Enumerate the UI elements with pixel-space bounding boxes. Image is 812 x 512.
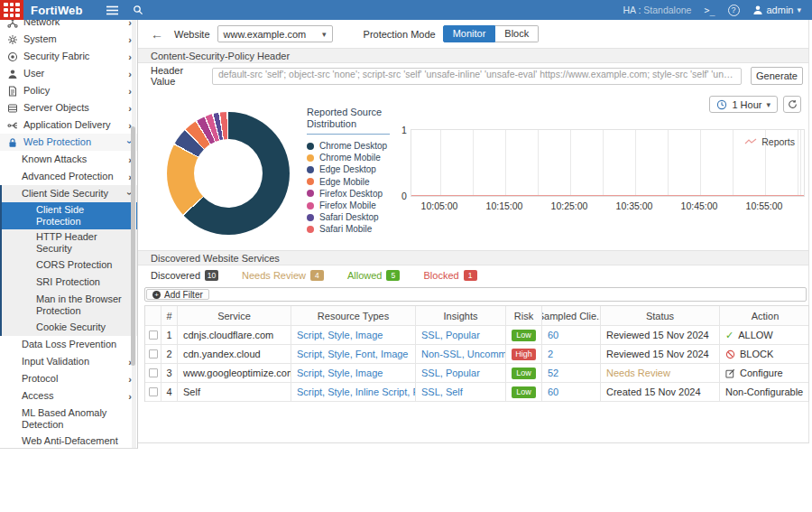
sidebar-item-application-delivery[interactable]: Application Delivery › <box>0 116 137 134</box>
line-series-icon <box>744 138 757 145</box>
row-checkbox[interactable] <box>149 330 158 340</box>
legend-item: Safari Desktop <box>307 211 417 223</box>
sidebar-item-user[interactable]: User › <box>0 65 137 82</box>
risk-badge: Low <box>512 386 536 398</box>
legend-dot <box>307 202 314 209</box>
row-checkbox[interactable] <box>149 368 158 377</box>
sampled-clients-link[interactable]: 60 <box>542 383 601 401</box>
resource-types-link[interactable]: Script, Style, Inline Script, Form <box>291 383 416 401</box>
sampled-clients-link[interactable]: 60 <box>542 326 601 344</box>
sidebar-item-client-side-security[interactable]: Client Side Security › <box>2 185 137 202</box>
filter-bar[interactable]: + Add Filter <box>144 287 807 302</box>
allow-action[interactable]: ✓ALLOW <box>725 330 773 341</box>
sidebar-item-advanced-protection[interactable]: Advanced Protection › <box>0 168 137 185</box>
security-fabric-icon <box>6 51 19 62</box>
refresh-button[interactable] <box>783 96 801 113</box>
sidebar-item-sri-protection[interactable]: SRI Protection <box>2 274 137 291</box>
count-badge: 1 <box>464 270 477 281</box>
sidebar-item-security-fabric[interactable]: Security Fabric › <box>0 48 137 65</box>
sidebar-item-data-loss-prevention[interactable]: Data Loss Prevention <box>0 336 137 353</box>
sidebar-item-server-objects[interactable]: Server Objects › <box>0 99 137 116</box>
status-cell: Created 15 Nov 2024 <box>601 383 720 401</box>
sidebar-item-web-protection[interactable]: Web Protection › <box>0 134 137 151</box>
charts-row: Reported Source Distribution Chrome Desk… <box>138 88 808 250</box>
user-menu[interactable]: admin ▾ <box>752 5 802 15</box>
sidebar-item-man-in-the-browser-protection[interactable]: Man in the Browser Protection <box>2 291 137 319</box>
legend-item: Chrome Desktop <box>307 140 417 152</box>
header-value-row: Header Value default-src 'self'; object-… <box>138 63 808 88</box>
sidebar-item-network[interactable]: Network › <box>0 20 137 31</box>
block-button[interactable]: Block <box>495 25 539 42</box>
sampled-clients-link[interactable]: 52 <box>542 364 601 382</box>
sidebar-item-system[interactable]: System › <box>0 31 137 48</box>
sampled-clients-link[interactable]: 2 <box>542 345 601 363</box>
configure-action[interactable]: Configure <box>725 368 783 378</box>
sidebar-item-cookie-security[interactable]: Cookie Security <box>2 319 137 336</box>
table-row[interactable]: 1 cdnjs.cloudflare.com Script, Style, Im… <box>145 326 808 345</box>
row-checkbox[interactable] <box>149 387 158 396</box>
tab-needs-review[interactable]: Needs Review4 <box>242 270 324 281</box>
sidebar-item-policy[interactable]: Policy › <box>0 82 137 99</box>
sidebar-item-http-header-security[interactable]: HTTP Header Security <box>2 229 137 256</box>
sidebar-item-access[interactable]: Access › <box>0 387 137 405</box>
insights-link[interactable]: SSL, Self <box>416 383 506 401</box>
tab-allowed[interactable]: Allowed5 <box>347 270 401 281</box>
service-cell: cdnjs.cloudflare.com <box>178 326 291 344</box>
menu-icon[interactable] <box>106 5 118 15</box>
legend-item: Edge Mobile <box>307 176 417 188</box>
y-axis-tick-max: 1 <box>401 125 407 135</box>
top-bar: FortiWeb HA :Standalone >_ ? admin ▾ <box>0 0 812 20</box>
client-side-security-group: Client Side Security › Client Side Prote… <box>0 185 137 336</box>
block-action[interactable]: BLOCK <box>725 349 773 359</box>
resource-types-link[interactable]: Script, Style, Font, Image <box>291 345 416 363</box>
main-content: ← Website www.example.com ▾ Protection M… <box>138 20 809 443</box>
monitor-button[interactable]: Monitor <box>443 25 496 42</box>
help-icon[interactable]: ? <box>728 5 740 16</box>
generate-button[interactable]: Generate <box>751 67 803 85</box>
website-label: Website <box>174 29 210 40</box>
chevron-down-icon: ▾ <box>766 100 770 109</box>
row-checkbox[interactable] <box>149 349 158 358</box>
donut-chart <box>167 112 290 235</box>
service-cell: www.googleoptimize.com <box>178 364 291 382</box>
count-badge: 4 <box>310 270 324 281</box>
time-controls: 1 Hour ▾ <box>709 96 801 113</box>
insights-link[interactable]: SSL, Popular <box>416 326 506 344</box>
website-select[interactable]: www.example.com ▾ <box>217 25 333 42</box>
header-value-input[interactable]: default-src 'self'; object-src 'none'; s… <box>212 68 742 85</box>
resource-types-link[interactable]: Script, Style, Image <box>291 364 416 382</box>
check-icon: ✓ <box>725 330 734 341</box>
sidebar-scrollbar[interactable] <box>132 20 136 448</box>
legend-dot <box>307 214 314 221</box>
legend-dot <box>307 190 314 197</box>
back-icon[interactable]: ← <box>151 27 163 42</box>
sidebar-item-protocol[interactable]: Protocol › <box>0 370 137 387</box>
clock-icon <box>716 99 727 110</box>
sidebar-item-known-attacks[interactable]: Known Attacks › <box>0 151 137 168</box>
application-delivery-icon <box>6 120 19 131</box>
service-cell: cdn.yandex.cloud <box>178 345 291 363</box>
document-icon <box>6 86 19 97</box>
resource-types-link[interactable]: Script, Style, Image <box>291 326 416 344</box>
search-icon[interactable] <box>133 5 143 15</box>
table-row[interactable]: 3 www.googleoptimize.com Script, Style, … <box>145 364 808 383</box>
sidebar-item-web-anti-defacement[interactable]: Web Anti-Defacement <box>0 433 137 449</box>
legend-item: Edge Desktop <box>307 163 417 175</box>
sidebar-item-cors-protection[interactable]: CORS Protection <box>2 256 137 274</box>
tab-discovered[interactable]: Discovered10 <box>151 270 218 281</box>
insights-link[interactable]: Non-SSL, Uncommen <box>416 345 506 363</box>
status-cell: Needs Review <box>601 364 720 382</box>
add-filter-button[interactable]: + Add Filter <box>146 289 209 300</box>
sidebar-item-client-side-protection[interactable]: Client Side Protection <box>2 202 137 229</box>
sidebar-item-input-validation[interactable]: Input Validation › <box>0 353 137 370</box>
table-row[interactable]: 2 cdn.yandex.cloud Script, Style, Font, … <box>145 345 808 364</box>
sidebar-item-ml-based-anomaly-detection[interactable]: ML Based Anomaly Detection <box>0 405 137 433</box>
reports-timeseries-chart: Reports <box>411 129 805 197</box>
page-toolbar: ← Website www.example.com ▾ Protection M… <box>138 20 808 48</box>
cli-console-icon[interactable]: >_ <box>704 5 715 15</box>
time-range-select[interactable]: 1 Hour ▾ <box>709 96 778 113</box>
count-badge: 5 <box>386 270 400 281</box>
insights-link[interactable]: SSL, Popular <box>416 364 506 382</box>
table-row[interactable]: 4 Self Script, Style, Inline Script, For… <box>145 383 808 402</box>
tab-blocked[interactable]: Blocked1 <box>423 270 476 281</box>
